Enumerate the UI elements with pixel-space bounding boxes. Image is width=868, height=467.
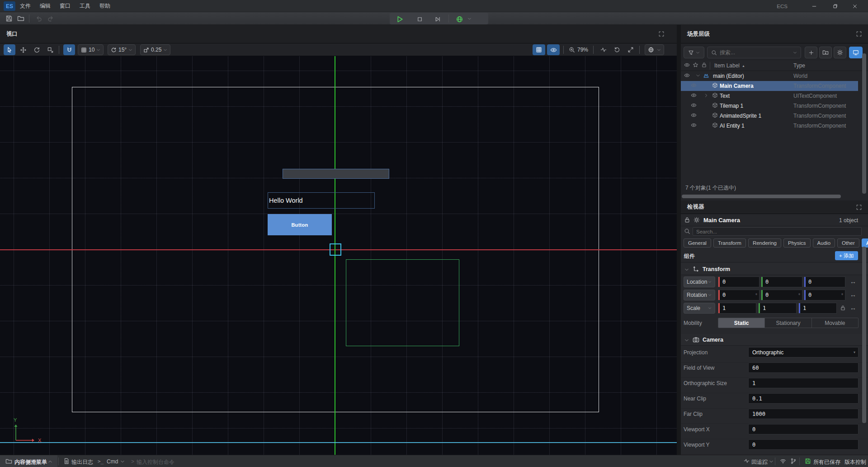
chevron-down-icon[interactable]: [769, 459, 774, 464]
green-region-rect[interactable]: [346, 259, 459, 346]
angle-snap-dropdown[interactable]: 15°: [108, 44, 136, 55]
chevron-down-icon[interactable]: [684, 267, 689, 272]
tree-row-main-camera[interactable]: Main Camera TransformComponent: [681, 81, 858, 91]
location-x-field[interactable]: [718, 276, 760, 287]
select-tool[interactable]: [4, 44, 15, 55]
mobility-static[interactable]: Static: [718, 318, 765, 328]
chevron-right-icon[interactable]: [704, 93, 708, 98]
chevron-down-icon[interactable]: [793, 51, 797, 55]
menu-file[interactable]: 文件: [19, 2, 32, 10]
inspector-search[interactable]: [693, 227, 862, 236]
trace-dropdown[interactable]: 回追踪: [751, 458, 768, 466]
git-branch-icon[interactable]: [790, 458, 797, 464]
tab-audio[interactable]: Audio: [813, 238, 835, 248]
near-clip-input[interactable]: [748, 393, 859, 404]
ortho-size-input[interactable]: [748, 378, 859, 388]
camera-section-header[interactable]: Camera: [681, 334, 868, 346]
expand-panel-icon[interactable]: [658, 31, 665, 38]
open-folder-icon[interactable]: [15, 13, 26, 24]
tree-row-text[interactable]: Text UITextComponent: [681, 91, 858, 101]
tree-row-animatedsprite[interactable]: AnimatedSprite 1 TransformComponent: [681, 111, 858, 121]
tab-transform[interactable]: Transform: [713, 238, 746, 248]
vertical-scrollbar[interactable]: [862, 53, 866, 194]
mobility-movable[interactable]: Movable: [812, 318, 858, 328]
visibility-eye-icon[interactable]: [691, 112, 697, 118]
redo-icon[interactable]: [45, 13, 56, 24]
expand-panel-icon[interactable]: [856, 204, 863, 211]
move-tool[interactable]: [17, 44, 29, 55]
grid-size-dropdown[interactable]: 10: [78, 44, 104, 55]
menu-window[interactable]: 窗口: [59, 2, 71, 10]
link-values-icon[interactable]: ↔: [850, 304, 856, 311]
column-item-label[interactable]: Item Label: [714, 62, 740, 69]
add-component-button[interactable]: + 添加: [835, 251, 858, 260]
button-entity[interactable]: Button: [268, 214, 332, 235]
network-wifi-icon[interactable]: [780, 458, 786, 464]
add-entity-button[interactable]: [805, 47, 817, 58]
menu-tools[interactable]: 工具: [79, 2, 91, 10]
tab-other[interactable]: Other: [837, 238, 859, 248]
tilemap-bar-entity[interactable]: [283, 169, 389, 179]
undo-icon[interactable]: [33, 13, 44, 24]
hierarchy-search[interactable]: [707, 47, 801, 58]
version-control-button[interactable]: 版本控制: [844, 458, 866, 466]
app-logo[interactable]: ES: [4, 1, 15, 11]
menu-help[interactable]: 帮助: [99, 2, 111, 10]
maximize-button[interactable]: [827, 0, 843, 12]
content-drawer-button[interactable]: 内容侧滑菜单: [0, 455, 57, 467]
rotation-label-dropdown[interactable]: Rotation: [684, 290, 715, 300]
expand-panel-icon[interactable]: [856, 31, 863, 38]
scale-y-field[interactable]: [758, 303, 797, 314]
output-log-button[interactable]: 输出日志: [71, 458, 93, 466]
visibility-eye-icon[interactable]: [691, 92, 697, 98]
gear-icon[interactable]: [693, 217, 700, 223]
scale-label-dropdown[interactable]: Scale: [684, 303, 715, 314]
world-dropdown[interactable]: [645, 44, 664, 55]
scale-x-field[interactable]: [718, 303, 756, 314]
location-y-field[interactable]: [761, 276, 802, 287]
rotation-y-field[interactable]: °: [761, 290, 802, 300]
chevron-down-icon[interactable]: [684, 338, 689, 343]
tab-all[interactable]: All: [862, 238, 868, 248]
cmd-dropdown[interactable]: Cmd: [107, 458, 118, 465]
rotation-z-field[interactable]: °: [804, 290, 845, 300]
visibility-eye-icon[interactable]: [691, 122, 697, 128]
snap-tool[interactable]: [63, 44, 75, 55]
fullscreen-icon[interactable]: [625, 44, 637, 55]
tree-row-ai-entity[interactable]: AI Entity 1 TransformComponent: [681, 121, 858, 131]
far-clip-input[interactable]: [748, 409, 859, 419]
stop-button[interactable]: [414, 14, 425, 24]
sort-asc-icon[interactable]: ▲: [742, 64, 745, 67]
transform-tool[interactable]: [44, 44, 56, 55]
text-entity[interactable]: Hello World: [268, 192, 375, 209]
filter-button[interactable]: [684, 47, 704, 58]
zoom-indicator[interactable]: 79%: [569, 44, 588, 55]
link-values-icon[interactable]: ↔: [850, 278, 856, 285]
viewport-x-input[interactable]: [748, 424, 859, 434]
lock-column-icon[interactable]: [701, 62, 707, 68]
link-values-icon[interactable]: ↔: [850, 291, 856, 298]
display-monitor-button[interactable]: [849, 47, 863, 58]
scene-canvas[interactable]: Hello World Button Y X: [0, 56, 677, 455]
rotation-x-field[interactable]: °: [718, 290, 760, 300]
play-button[interactable]: [394, 14, 405, 24]
tab-physics[interactable]: Physics: [783, 238, 811, 248]
unlock-icon[interactable]: [840, 305, 846, 311]
chevron-down-icon[interactable]: [120, 459, 125, 464]
visibility-eye-icon[interactable]: [684, 72, 690, 78]
inspector-search-input[interactable]: [696, 229, 858, 234]
reset-view-icon[interactable]: [611, 44, 623, 55]
chevron-down-icon[interactable]: [467, 17, 472, 21]
scale-snap-dropdown[interactable]: 0.25: [140, 44, 170, 55]
viewport-y-input[interactable]: [748, 439, 859, 450]
projection-select[interactable]: Orthographic ▾: [748, 347, 859, 357]
visibility-eye-icon[interactable]: [691, 102, 697, 108]
selection-box[interactable]: [330, 243, 341, 256]
show-grid-toggle[interactable]: [533, 44, 545, 55]
tab-general[interactable]: General: [684, 238, 711, 248]
minimize-button[interactable]: [807, 0, 822, 12]
settings-gear-button[interactable]: [834, 47, 846, 58]
scale-z-field[interactable]: [798, 303, 837, 314]
visibility-toggle[interactable]: [547, 44, 560, 55]
tree-row-world[interactable]: main (Editor) World: [681, 71, 858, 81]
